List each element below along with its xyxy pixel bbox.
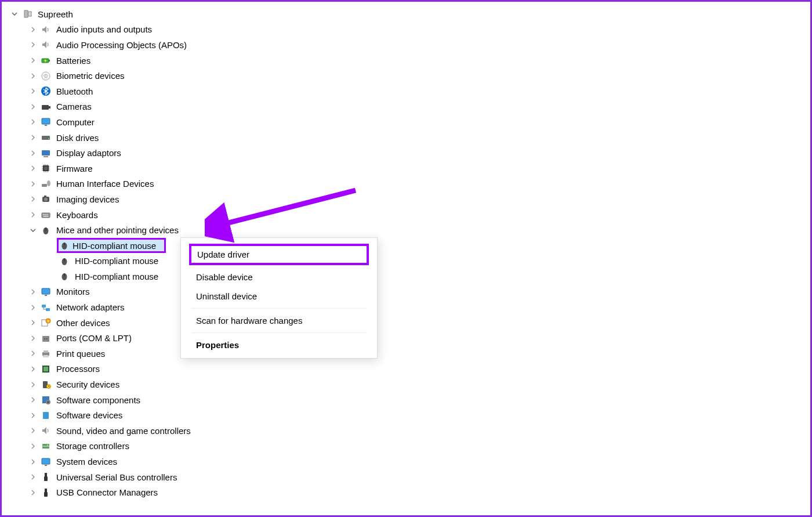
- category-sound[interactable]: Sound, video and game controllers: [4, 423, 808, 439]
- category-label: Network adapters: [54, 302, 125, 312]
- chevron-right-icon[interactable]: [28, 442, 38, 451]
- camera-icon: [40, 101, 52, 113]
- printer-icon: [40, 348, 52, 359]
- chevron-right-icon[interactable]: [28, 380, 38, 389]
- category-sw-components[interactable]: Software components: [4, 392, 808, 408]
- chevron-right-icon[interactable]: [28, 40, 38, 49]
- category-label: Storage controllers: [54, 441, 129, 451]
- device-label: HID-compliant mouse: [72, 256, 158, 266]
- menu-item-label: Scan for hardware changes: [196, 316, 302, 326]
- chevron-right-icon[interactable]: [28, 117, 38, 126]
- category-audio-io[interactable]: Audio inputs and outputs: [4, 22, 808, 38]
- mouse-icon: [59, 270, 70, 282]
- category-other[interactable]: Other devices: [4, 315, 808, 331]
- category-label: Ports (COM & LPT): [54, 333, 132, 343]
- category-usb-connector[interactable]: USB Connector Managers: [4, 485, 808, 500]
- category-label: Other devices: [54, 318, 110, 328]
- chevron-right-icon[interactable]: [28, 349, 38, 358]
- chevron-right-icon[interactable]: [28, 364, 38, 374]
- device-hid-mouse-1[interactable]: HID-compliant mouse: [4, 238, 808, 254]
- chevron-right-icon[interactable]: [28, 488, 38, 497]
- menu-item-label: Properties: [196, 340, 239, 350]
- display-icon: [40, 147, 52, 159]
- chevron-right-icon[interactable]: [28, 179, 38, 189]
- menu-item-label: Disable device: [196, 272, 253, 282]
- category-network[interactable]: Network adapters: [4, 299, 808, 315]
- mouse-icon: [40, 225, 52, 236]
- category-biometric[interactable]: Biometric devices: [4, 68, 808, 84]
- battery-icon: [40, 55, 52, 66]
- category-label: Firmware: [54, 164, 93, 173]
- menu-scan-hardware[interactable]: Scan for hardware changes: [181, 311, 377, 330]
- category-system[interactable]: System devices: [4, 454, 808, 469]
- chevron-right-icon[interactable]: [28, 303, 38, 312]
- cpu-icon: [40, 363, 52, 375]
- category-label: Software devices: [54, 410, 122, 420]
- category-label: Human Interface Devices: [54, 179, 154, 189]
- question-icon: [40, 317, 52, 328]
- chevron-right-icon[interactable]: [28, 71, 38, 81]
- category-label: Software components: [54, 395, 140, 405]
- chevron-right-icon[interactable]: [28, 334, 38, 343]
- menu-disable-device[interactable]: Disable device: [181, 267, 377, 287]
- category-audio-apo[interactable]: Audio Processing Objects (APOs): [4, 37, 808, 53]
- chevron-right-icon[interactable]: [28, 25, 38, 34]
- port-icon: [40, 332, 52, 344]
- chevron-right-icon[interactable]: [28, 287, 38, 297]
- category-mice[interactable]: Mice and other pointing devices: [4, 222, 808, 238]
- category-label: USB Connector Managers: [54, 487, 158, 497]
- category-disk[interactable]: Disk drives: [4, 130, 808, 146]
- menu-update-driver[interactable]: Update driver: [189, 244, 369, 265]
- category-firmware[interactable]: Firmware: [4, 161, 808, 176]
- menu-item-label: Uninstall device: [196, 291, 257, 301]
- speaker-icon: [40, 425, 52, 436]
- category-ports[interactable]: Ports (COM & LPT): [4, 330, 808, 346]
- chevron-right-icon[interactable]: [28, 210, 38, 219]
- chevron-right-icon[interactable]: [28, 318, 38, 327]
- category-cameras[interactable]: Cameras: [4, 99, 808, 115]
- chevron-right-icon[interactable]: [28, 164, 38, 173]
- mouse-icon: [59, 255, 70, 267]
- category-monitors[interactable]: Monitors: [4, 284, 808, 300]
- category-processors[interactable]: Processors: [4, 361, 808, 377]
- chevron-right-icon[interactable]: [28, 411, 38, 420]
- category-computer[interactable]: Computer: [4, 114, 808, 130]
- category-display[interactable]: Display adaptors: [4, 145, 808, 161]
- root-label: Supreeth: [35, 9, 73, 19]
- tree-root[interactable]: Supreeth: [4, 6, 808, 22]
- device-hid-mouse-3[interactable]: HID-compliant mouse: [4, 269, 808, 284]
- category-sw-devices[interactable]: Software devices: [4, 407, 808, 423]
- category-usb-controllers[interactable]: Universal Serial Bus controllers: [4, 469, 808, 485]
- chevron-right-icon[interactable]: [28, 457, 38, 467]
- menu-uninstall-device[interactable]: Uninstall device: [181, 287, 377, 306]
- chevron-right-icon[interactable]: [28, 395, 38, 404]
- category-print[interactable]: Print queues: [4, 346, 808, 361]
- category-hid[interactable]: Human Interface Devices: [4, 176, 808, 192]
- chevron-right-icon[interactable]: [28, 102, 38, 111]
- category-keyboards[interactable]: Keyboards: [4, 207, 808, 223]
- context-menu: Update driver Disable device Uninstall d…: [180, 237, 378, 359]
- category-batteries[interactable]: Batteries: [4, 53, 808, 68]
- chevron-right-icon[interactable]: [28, 86, 38, 96]
- category-imaging[interactable]: Imaging devices: [4, 191, 808, 207]
- usb-icon: [40, 471, 52, 483]
- category-bluetooth[interactable]: Bluetooth: [4, 84, 808, 99]
- chevron-right-icon[interactable]: [28, 149, 38, 158]
- chevron-down-icon[interactable]: [10, 9, 19, 19]
- chevron-right-icon[interactable]: [28, 472, 38, 482]
- chevron-right-icon[interactable]: [28, 426, 38, 435]
- category-label: Mice and other pointing devices: [54, 225, 179, 235]
- camera-icon: [40, 193, 52, 205]
- usb-icon: [40, 487, 52, 498]
- menu-separator: [191, 332, 367, 333]
- chevron-right-icon[interactable]: [28, 194, 38, 204]
- device-hid-mouse-2[interactable]: HID-compliant mouse: [4, 254, 808, 269]
- chevron-right-icon[interactable]: [28, 56, 38, 65]
- menu-properties[interactable]: Properties: [181, 335, 377, 355]
- fingerprint-icon: [40, 70, 52, 82]
- category-storage[interactable]: Storage controllers: [4, 439, 808, 454]
- chevron-right-icon[interactable]: [28, 133, 38, 142]
- category-security[interactable]: Security devices: [4, 377, 808, 392]
- chevron-down-icon[interactable]: [28, 226, 38, 235]
- category-label: Print queues: [54, 349, 105, 359]
